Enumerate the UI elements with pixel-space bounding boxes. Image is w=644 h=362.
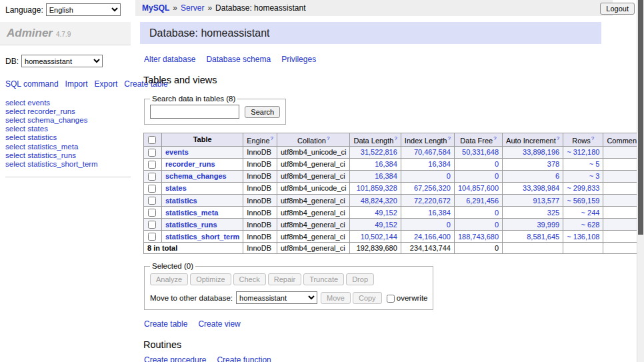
- row-checkbox-statistics[interactable]: [148, 197, 156, 205]
- truncate-button[interactable]: Truncate: [303, 273, 344, 285]
- sidebar-action-import[interactable]: Import: [65, 79, 88, 89]
- db-select[interactable]: homeassistant: [21, 55, 103, 67]
- column-help-link[interactable]: ?: [591, 135, 594, 141]
- row-checkbox-statistics_meta[interactable]: [148, 209, 156, 217]
- row-checkbox-statistics_short_term[interactable]: [148, 233, 156, 241]
- auto_increment-link[interactable]: 6: [555, 172, 559, 180]
- row-checkbox-statistics_runs[interactable]: [148, 221, 156, 229]
- index_length-link[interactable]: 72,220,672: [414, 197, 451, 205]
- move-button[interactable]: Move: [321, 292, 351, 304]
- auto_increment-link[interactable]: 33,398,984: [523, 184, 559, 192]
- index_length-link[interactable]: 0: [447, 172, 451, 180]
- sidebar-link-select-states[interactable]: select states: [5, 125, 131, 133]
- row-checkbox-states[interactable]: [148, 185, 156, 193]
- sidebar-link-select-statistics-meta[interactable]: select statistics_meta: [5, 143, 131, 151]
- overwrite-checkbox[interactable]: [387, 295, 395, 303]
- sidebar-link-select-recorder-runs[interactable]: select recorder_runs: [5, 107, 131, 116]
- drop-button[interactable]: Drop: [346, 273, 374, 285]
- index_length-link[interactable]: 16,384: [428, 160, 451, 168]
- rows-link[interactable]: ~ 299,833: [567, 184, 599, 192]
- search-button[interactable]: Search: [245, 106, 280, 118]
- data_free-link[interactable]: 0: [495, 221, 499, 229]
- table-link-statistics_runs[interactable]: statistics_runs: [165, 221, 217, 229]
- index_length-link[interactable]: 24,166,400: [414, 233, 451, 241]
- row-checkbox-schema_changes[interactable]: [148, 173, 156, 181]
- table-link-recorder_runs[interactable]: recorder_runs: [165, 160, 215, 168]
- link-create-function[interactable]: Create function: [217, 355, 271, 362]
- data_free-link[interactable]: 0: [495, 160, 499, 168]
- index_length-link[interactable]: 70,467,584: [414, 148, 451, 156]
- index_length-link[interactable]: 16,384: [428, 209, 451, 217]
- data_length-link[interactable]: 10,502,144: [361, 233, 397, 241]
- breadcrumb-item-server[interactable]: Server: [181, 3, 204, 13]
- data_length-link[interactable]: 16,384: [375, 160, 397, 168]
- data_length-link[interactable]: 31,522,816: [361, 148, 397, 156]
- sidebar-action-export[interactable]: Export: [95, 79, 118, 89]
- auto_increment-link[interactable]: 39,999: [537, 221, 560, 229]
- column-help-link[interactable]: ?: [557, 135, 559, 141]
- data_length-link[interactable]: 101,859,328: [357, 184, 397, 192]
- breadcrumb-item-mysql[interactable]: MySQL: [142, 3, 169, 13]
- select-all-checkbox[interactable]: [148, 136, 156, 144]
- rows-link[interactable]: ~ 569,159: [567, 197, 599, 205]
- rows-link[interactable]: ~ 3: [589, 172, 600, 180]
- data_free-link[interactable]: 188,743,680: [458, 233, 499, 241]
- column-help-link[interactable]: ?: [394, 135, 397, 141]
- data_length-link[interactable]: 48,824,320: [361, 197, 397, 205]
- sidebar-link-select-events[interactable]: select events: [5, 99, 131, 107]
- table-link-events[interactable]: events: [165, 148, 189, 156]
- rows-link[interactable]: ~ 5: [589, 160, 600, 168]
- rows-link[interactable]: ~ 244: [581, 209, 600, 217]
- move-database-select[interactable]: homeassistant: [236, 291, 317, 304]
- vertical-scrollbar[interactable]: [637, 0, 644, 362]
- link-create-view[interactable]: Create view: [198, 319, 240, 329]
- auto_increment-link[interactable]: 325: [547, 209, 559, 217]
- data_length-link[interactable]: 49,152: [375, 209, 397, 217]
- optimize-button[interactable]: Optimize: [190, 273, 231, 285]
- auto_increment-link[interactable]: 378: [547, 160, 559, 168]
- column-help-link[interactable]: ?: [327, 135, 329, 141]
- sidebar-link-select-schema-changes[interactable]: select schema_changes: [5, 116, 131, 125]
- auto_increment-link[interactable]: 33,898,196: [523, 148, 559, 156]
- data_free-link[interactable]: 0: [495, 209, 499, 217]
- rows-link[interactable]: ~ 136,108: [567, 233, 599, 241]
- analyze-button[interactable]: Analyze: [150, 273, 188, 285]
- repair-button[interactable]: Repair: [268, 273, 301, 285]
- link-create-table[interactable]: Create table: [144, 319, 187, 329]
- language-select[interactable]: English: [46, 3, 121, 16]
- data_length-link[interactable]: 16,384: [375, 172, 397, 180]
- column-help-link[interactable]: ?: [271, 135, 273, 141]
- nav-link-alter-database[interactable]: Alter database: [144, 55, 195, 64]
- search-input[interactable]: [150, 105, 239, 119]
- table-link-schema_changes[interactable]: schema_changes: [165, 172, 227, 180]
- link-create-procedure[interactable]: Create procedure: [144, 355, 206, 362]
- row-checkbox-recorder_runs[interactable]: [148, 161, 156, 169]
- data_free-link[interactable]: 104,857,600: [458, 184, 499, 192]
- table-link-states[interactable]: states: [165, 184, 187, 192]
- table-link-statistics[interactable]: statistics: [165, 197, 197, 205]
- data_free-link[interactable]: 0: [495, 172, 499, 180]
- scrollbar-thumb[interactable]: [638, 0, 643, 235]
- nav-link-database-schema[interactable]: Database schema: [206, 55, 271, 64]
- sidebar-action-sql-command[interactable]: SQL command: [5, 79, 59, 89]
- data_length-link[interactable]: 49,152: [375, 221, 397, 229]
- data_free-link[interactable]: 50,331,648: [462, 148, 499, 156]
- index_length-link[interactable]: 67,256,320: [414, 184, 451, 192]
- auto_increment-link[interactable]: 8,581,645: [527, 233, 559, 241]
- data_free-link[interactable]: 6,291,456: [466, 197, 499, 205]
- row-checkbox-events[interactable]: [148, 149, 156, 157]
- copy-button[interactable]: Copy: [353, 292, 382, 304]
- column-help-link[interactable]: ?: [493, 135, 496, 141]
- column-help-link[interactable]: ?: [447, 135, 450, 141]
- rows-link[interactable]: ~ 628: [581, 221, 600, 229]
- table-link-statistics_meta[interactable]: statistics_meta: [165, 209, 219, 217]
- rows-link[interactable]: ~ 312,180: [567, 148, 599, 156]
- sidebar-link-select-statistics[interactable]: select statistics: [5, 133, 131, 142]
- table-link-statistics_short_term[interactable]: statistics_short_term: [165, 233, 239, 241]
- check-button[interactable]: Check: [233, 273, 266, 285]
- sidebar-link-select-statistics-short-term[interactable]: select statistics_short_term: [5, 160, 131, 169]
- sidebar-link-select-statistics-runs[interactable]: select statistics_runs: [5, 151, 131, 160]
- logout-button[interactable]: Logout: [600, 3, 635, 15]
- auto_increment-link[interactable]: 913,577: [533, 197, 559, 205]
- nav-link-privileges[interactable]: Privileges: [281, 55, 316, 64]
